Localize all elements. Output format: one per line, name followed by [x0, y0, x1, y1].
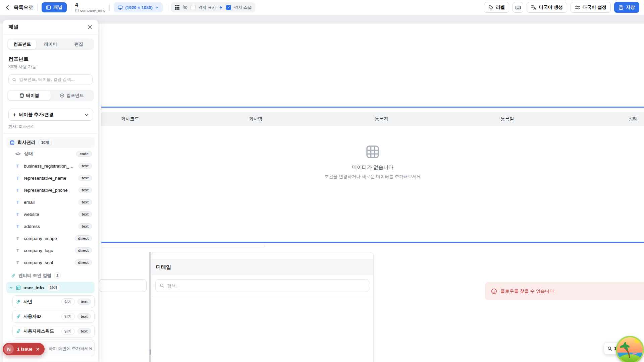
magnifier-icon [607, 346, 612, 351]
tree-column-row[interactable]: Trepresentative_phonetext [6, 184, 95, 196]
text-type-icon: T [15, 224, 20, 229]
link-icon [11, 273, 16, 278]
divider [109, 4, 110, 11]
i18n-settings-button[interactable]: 다국어 설정 [571, 2, 611, 13]
tree-column-row[interactable]: Trepresentative_nametext [6, 172, 95, 184]
keyboard-icon [515, 5, 521, 10]
grid-snap-checkbox[interactable]: ✓ [226, 5, 231, 10]
empty-table-icon [365, 144, 380, 160]
column-name: website [24, 212, 75, 217]
tree-table-row[interactable]: 회사관리 10개 [6, 137, 95, 148]
table-column-header: 회사명 [193, 112, 319, 126]
window-table-icon [16, 285, 21, 290]
tab-components[interactable]: 컴포넌트 [8, 40, 36, 49]
component-search-input[interactable] [19, 77, 89, 82]
grid-icon [174, 5, 180, 10]
divider [167, 4, 167, 11]
eye-off-icon [182, 5, 188, 10]
tree-column-row[interactable]: Twebsitetext [6, 208, 95, 220]
grid-show-checkbox[interactable] [191, 5, 196, 10]
detail-search-input[interactable] [167, 283, 365, 288]
cube-icon [60, 93, 64, 98]
column-name: 상태 [24, 151, 73, 157]
column-type-badge: text [78, 163, 92, 169]
column-type-badge: text [77, 328, 91, 334]
current-table-label: 현재: 회사관리 [8, 124, 93, 129]
tree-column-row[interactable]: Tcompany_logodirect [6, 244, 95, 256]
join-column-name: 사용자ID [23, 313, 59, 319]
column-name: company_image [24, 236, 71, 241]
chevron-down-icon [9, 286, 13, 290]
table-empty-state: 데이터가 없습니다 조건을 변경하거나 새로운 데이터를 추가해보세요 [319, 144, 426, 180]
panel-toggle-button[interactable]: 패널 [42, 2, 67, 12]
column-type-badge: direct [75, 235, 92, 241]
column-name: company_seal [24, 260, 71, 265]
entity-join-section: 엔티티 조인 컬럼 2 [6, 270, 95, 281]
text-type-icon: T [15, 164, 20, 169]
column-type-badge: text [78, 175, 92, 181]
selection-border-bottom [101, 242, 644, 243]
panel-icon [46, 5, 51, 10]
column-name: representative_name [24, 176, 75, 181]
column-type-badge: text [77, 313, 91, 319]
column-tree: 회사관리 10개 </>상태codeTbusiness_registration… [3, 134, 98, 344]
column-type-badge: text [77, 299, 91, 305]
master-search-input[interactable] [99, 279, 147, 292]
components-available-count: 83개 사용 가능 [8, 64, 93, 70]
database-icon [75, 9, 79, 12]
column-name: company_logo [24, 248, 71, 253]
issue-badge[interactable]: N 1 Issue ✕ [3, 343, 45, 355]
sliders-icon [575, 5, 580, 10]
tree-column-row[interactable]: Temailtext [6, 196, 95, 208]
panel-title: 패널 [8, 24, 18, 30]
mode-component-button[interactable]: 컴포넌트 [51, 91, 93, 100]
access-badge: 읽기 [61, 298, 75, 305]
tree-column-row[interactable]: Tbusiness_registration_numbtext [6, 160, 95, 172]
tree-column-row[interactable]: </>상태code [6, 148, 95, 160]
back-to-list-button[interactable]: 목록으로 [5, 4, 33, 11]
table-column-header: 등록자 [319, 112, 444, 126]
join-column-card[interactable]: 사번읽기text [12, 295, 95, 308]
access-badge: 읽기 [61, 328, 75, 335]
add-table-dropdown[interactable]: + 테이블 추가/변경 [8, 109, 93, 121]
join-table-row[interactable]: user_info 29개 [6, 282, 95, 293]
join-column-name: 사용자패스워드 [23, 328, 59, 334]
selection-border-top [101, 107, 644, 108]
island-sticker-image[interactable] [616, 336, 644, 362]
text-type-icon: T [15, 236, 20, 241]
join-column-card[interactable]: 사용자ID읽기text [12, 310, 95, 323]
tree-column-row[interactable]: Tcompany_sealdirect [6, 256, 95, 268]
detail-header: 디테일 [151, 259, 373, 275]
mode-table-button[interactable]: 테이블 [8, 91, 51, 100]
chevron-down-icon [85, 113, 89, 117]
tree-column-row[interactable]: Taddresstext [6, 220, 95, 232]
link-icon [16, 299, 21, 304]
back-label: 목록으로 [14, 4, 33, 11]
join-table-name: user_info [23, 285, 44, 290]
join-column-name: 사번 [23, 299, 59, 305]
keyboard-shortcuts-button[interactable] [513, 2, 523, 13]
save-button[interactable]: 저장 [614, 2, 639, 13]
component-panel: 패널 컴포넌트 레이어 편집 컴포넌트 83개 사용 가능 테이블 컴포넌트 +… [3, 19, 98, 362]
tab-edit[interactable]: 편집 [65, 40, 93, 49]
close-icon[interactable] [87, 24, 93, 30]
i18n-generate-button[interactable]: 다국어 생성 [527, 2, 567, 13]
issue-logo: N [4, 344, 14, 354]
page-title-block: 4 company_mng [75, 2, 105, 13]
grid-snap-label: 격자 스냅 [234, 5, 252, 10]
screen-size-dropdown[interactable]: (644 × 362) [114, 2, 162, 12]
label-button[interactable]: 라벨 [484, 2, 509, 13]
column-type-badge: text [78, 199, 92, 205]
tree-table-count-badge: 10개 [38, 139, 52, 146]
column-type-badge: direct [75, 247, 92, 253]
splitter-grip [150, 349, 151, 355]
plus-icon: + [13, 112, 16, 118]
close-icon[interactable]: ✕ [36, 347, 40, 352]
join-column-card[interactable]: 사용자패스워드읽기text [12, 325, 95, 338]
tab-layers[interactable]: 레이어 [36, 40, 64, 49]
tree-column-row[interactable]: Tcompany_imagedirect [6, 232, 95, 244]
issue-count-label: 1 Issue [17, 347, 33, 352]
search-icon [160, 283, 164, 288]
tree-table-name: 회사관리 [17, 139, 36, 145]
save-icon [619, 5, 624, 10]
